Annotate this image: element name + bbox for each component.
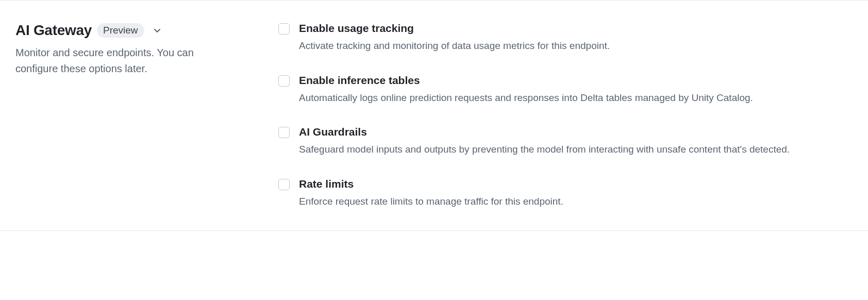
option-row: AI Guardrails Safeguard model inputs and… xyxy=(278,126,796,157)
option-description: Safeguard model inputs and outputs by pr… xyxy=(299,142,796,157)
option-row: Enable usage tracking Activate tracking … xyxy=(278,22,796,54)
chevron-down-icon[interactable] xyxy=(153,26,162,35)
option-description: Activate tracking and monitoring of data… xyxy=(299,39,796,54)
section-header-row: AI Gateway Preview xyxy=(15,22,258,39)
ai-gateway-section: AI Gateway Preview Monitor and secure en… xyxy=(0,0,868,231)
option-row: Enable inference tables Automatically lo… xyxy=(278,74,796,106)
enable-inference-tables-checkbox[interactable] xyxy=(278,75,290,87)
preview-badge: Preview xyxy=(97,23,144,38)
options-column: Enable usage tracking Activate tracking … xyxy=(278,22,868,209)
section-header-column: AI Gateway Preview Monitor and secure en… xyxy=(15,22,258,209)
section-description: Monitor and secure endpoints. You can co… xyxy=(15,45,232,77)
option-body: Enable usage tracking Activate tracking … xyxy=(299,22,796,54)
option-title: Enable inference tables xyxy=(299,74,796,87)
option-title: Enable usage tracking xyxy=(299,22,796,35)
option-description: Automatically logs online prediction req… xyxy=(299,91,796,106)
option-description: Enforce request rate limits to manage tr… xyxy=(299,194,796,209)
option-body: Enable inference tables Automatically lo… xyxy=(299,74,796,106)
option-body: Rate limits Enforce request rate limits … xyxy=(299,178,796,209)
rate-limits-checkbox[interactable] xyxy=(278,179,290,190)
option-title: Rate limits xyxy=(299,178,796,190)
ai-guardrails-checkbox[interactable] xyxy=(278,127,290,138)
section-title: AI Gateway xyxy=(15,22,92,39)
option-row: Rate limits Enforce request rate limits … xyxy=(278,178,796,209)
enable-usage-tracking-checkbox[interactable] xyxy=(278,23,290,35)
option-body: AI Guardrails Safeguard model inputs and… xyxy=(299,126,796,157)
option-title: AI Guardrails xyxy=(299,126,796,138)
